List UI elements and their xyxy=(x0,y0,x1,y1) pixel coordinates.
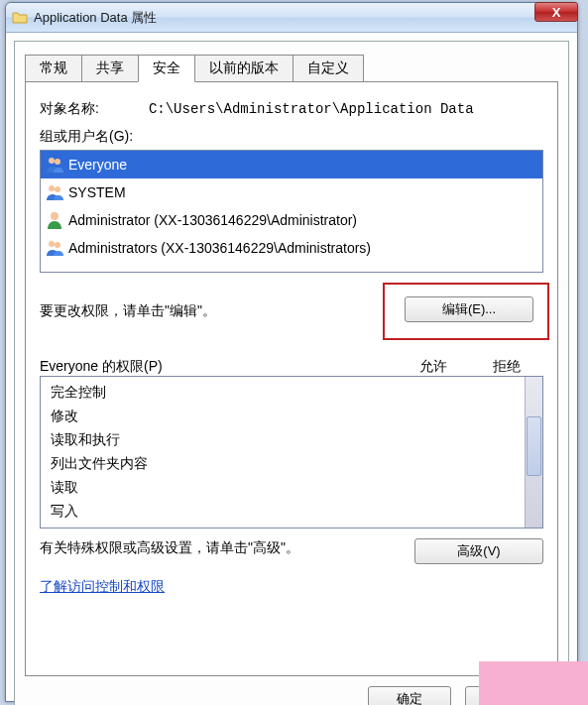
scrollbar-thumb[interactable] xyxy=(527,416,541,476)
users-icon xyxy=(45,182,66,202)
user-icon xyxy=(45,210,66,230)
tab-sharing[interactable]: 共享 xyxy=(81,55,139,82)
edit-button[interactable]: 编辑(E)... xyxy=(405,296,533,322)
permissions-listbox[interactable]: 完全控制 修改 读取和执行 列出文件夹内容 读取 写入 xyxy=(40,376,543,529)
object-name-row: 对象名称: C:\Users\Administrator\Application… xyxy=(40,100,543,118)
list-item-label: SYSTEM xyxy=(68,184,126,200)
list-item-label: Administrator (XX-13036146229\Administra… xyxy=(68,212,357,228)
users-icon xyxy=(45,238,66,258)
learn-link[interactable]: 了解访问控制和权限 xyxy=(40,578,165,596)
svg-point-2 xyxy=(49,185,55,191)
tab-previous-versions[interactable]: 以前的版本 xyxy=(194,55,294,82)
folder-icon xyxy=(12,10,28,26)
permission-row: 读取和执行 xyxy=(51,428,542,452)
object-name-label: 对象名称: xyxy=(40,100,145,118)
close-button[interactable]: X xyxy=(534,2,578,22)
svg-point-0 xyxy=(49,158,55,164)
svg-point-1 xyxy=(55,159,60,165)
list-item-label: Administrators (XX-13036146229\Administr… xyxy=(68,240,371,256)
tab-general[interactable]: 常规 xyxy=(25,55,82,82)
properties-dialog: Application Data 属性 X 常规 共享 安全 以前的版本 自定义… xyxy=(5,2,578,702)
edit-highlight-box: 编辑(E)... xyxy=(383,283,549,340)
edit-hint: 要更改权限，请单击"编辑"。 xyxy=(40,302,383,320)
list-item[interactable]: SYSTEM xyxy=(41,178,542,206)
tab-customize[interactable]: 自定义 xyxy=(293,55,364,82)
titlebar[interactable]: Application Data 属性 X xyxy=(6,3,577,33)
group-users-label: 组或用户名(G): xyxy=(40,128,543,146)
list-item-label: Everyone xyxy=(68,157,127,173)
list-item[interactable]: Everyone xyxy=(41,151,542,178)
dialog-frame: 常规 共享 安全 以前的版本 自定义 对象名称: C:\Users\Admini… xyxy=(14,41,569,705)
tab-strip: 常规 共享 安全 以前的版本 自定义 xyxy=(25,54,363,81)
svg-point-6 xyxy=(55,242,60,248)
list-item[interactable]: Administrator (XX-13036146229\Administra… xyxy=(41,206,542,234)
deny-header: 拒绝 xyxy=(470,358,543,376)
permission-row: 列出文件夹内容 xyxy=(51,452,542,476)
permission-row: 修改 xyxy=(51,405,542,428)
close-icon: X xyxy=(552,5,561,20)
watermark-corner xyxy=(479,661,588,705)
security-panel: 对象名称: C:\Users\Administrator\Application… xyxy=(25,81,558,676)
permission-row: 写入 xyxy=(51,500,542,524)
svg-point-5 xyxy=(49,241,55,247)
svg-point-4 xyxy=(51,212,59,220)
svg-point-3 xyxy=(55,186,60,192)
ok-button[interactable]: 确定 xyxy=(368,686,451,705)
window-title: Application Data 属性 xyxy=(34,9,571,27)
object-name-value: C:\Users\Administrator\Application Data xyxy=(149,101,474,117)
permissions-title: Everyone 的权限(P) xyxy=(40,358,397,376)
list-item[interactable]: Administrators (XX-13036146229\Administr… xyxy=(41,234,542,262)
permission-row: 读取 xyxy=(51,476,542,500)
allow-header: 允许 xyxy=(397,358,470,376)
advanced-row: 有关特殊权限或高级设置，请单击"高级"。 高级(V) xyxy=(40,538,543,564)
scrollbar[interactable] xyxy=(525,377,542,528)
edit-row: 要更改权限，请单击"编辑"。 编辑(E)... xyxy=(40,283,543,340)
advanced-button[interactable]: 高级(V) xyxy=(414,538,543,564)
advanced-hint: 有关特殊权限或高级设置，请单击"高级"。 xyxy=(40,538,414,564)
permissions-header: Everyone 的权限(P) 允许 拒绝 xyxy=(40,358,543,376)
users-icon xyxy=(45,155,66,175)
tab-security[interactable]: 安全 xyxy=(138,55,195,82)
users-listbox[interactable]: Everyone SYSTEM Administrator (XX-130361… xyxy=(40,150,543,273)
permission-row: 完全控制 xyxy=(51,381,542,405)
